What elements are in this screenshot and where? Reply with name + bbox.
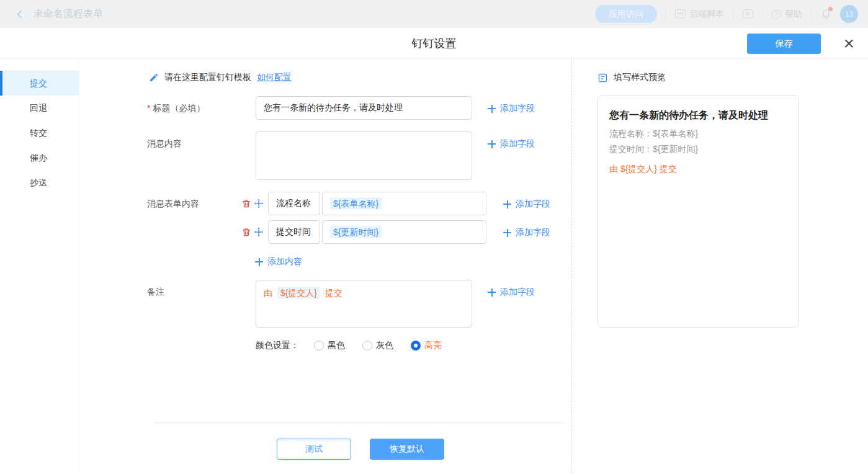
close-icon[interactable]: × (843, 30, 854, 56)
notifications-button[interactable] (820, 9, 831, 20)
title-field-label: *标题（必填） (147, 103, 205, 114)
add-field-row1-link[interactable]: 添加字段 (503, 199, 550, 210)
remark-textarea[interactable]: 由 ${提交人} 提交 (256, 280, 472, 328)
dialog-header: 钉钉设置 保存 × (0, 28, 868, 59)
sidebar-item-cc[interactable]: 抄送 (0, 170, 79, 195)
delete-icon[interactable] (241, 227, 251, 237)
plus-icon (488, 288, 496, 297)
form-row-key-input[interactable] (268, 192, 320, 215)
topbar-divider (666, 9, 666, 19)
how-to-configure-link[interactable]: 如何配置 (257, 72, 292, 83)
add-field-title-link[interactable]: 添加字段 (488, 103, 535, 114)
topbar: 未命名流程表单 应用访问 </> 后端脚本 A ? 帮助 13 (0, 0, 868, 28)
topbar-divider (733, 9, 733, 19)
preview-title: 您有一条新的待办任务，请及时处理 (609, 109, 789, 122)
variable-tag: ${更新时间} (330, 226, 382, 238)
backend-script-button[interactable]: </> 后端脚本 (675, 9, 724, 20)
dialog-title: 钉钉设置 (0, 28, 868, 59)
radio-icon[interactable] (314, 341, 324, 351)
template-config-panel: 请在这里配置钉钉模板 如何配置 *标题（必填） 添加字段 消息内容 添加字段 消… (79, 60, 572, 474)
back-chevron-icon[interactable] (15, 9, 25, 19)
preview-footer: 由 ${提交人} 提交 (609, 164, 677, 175)
remark-suffix: 提交 (325, 288, 342, 298)
variable-tag: ${提交人} (277, 287, 320, 299)
preview-panel: 填写样式预览 您有一条新的待办任务，请及时处理 流程名称：${表单名称} 提交时… (572, 60, 868, 474)
contacts-icon: A (743, 9, 753, 19)
add-field-message-link[interactable]: 添加字段 (488, 138, 535, 150)
config-note: 请在这里配置钉钉模板 (164, 72, 251, 83)
edit-icon (149, 73, 159, 83)
add-content-link[interactable]: 添加内容 (255, 256, 302, 267)
preview-line-flow-name: 流程名称：${表单名称} (609, 128, 698, 140)
message-form-label: 消息表单内容 (147, 199, 199, 210)
color-setting-label: 颜色设置： (256, 340, 299, 351)
remark-label: 备注 (147, 287, 164, 298)
plus-icon (488, 140, 496, 148)
save-button[interactable]: 保存 (747, 34, 821, 54)
message-content-textarea[interactable] (256, 132, 472, 180)
notification-dot (828, 7, 833, 11)
delete-icon[interactable] (241, 199, 251, 208)
avatar[interactable]: 13 (840, 5, 858, 23)
sidebar-item-transfer[interactable]: 转交 (0, 120, 79, 145)
settings-sidebar: 提交 回退 转交 催办 抄送 (0, 60, 79, 474)
restore-default-button[interactable]: 恢复默认 (370, 439, 444, 460)
sidebar-item-rollback[interactable]: 回退 (0, 96, 79, 120)
remark-prefix: 由 (264, 288, 272, 298)
add-field-row2-link[interactable]: 添加字段 (503, 227, 550, 238)
radio-option-black[interactable]: 黑色 (314, 340, 345, 351)
test-button[interactable]: 测试 (277, 439, 351, 460)
preview-header: 填写样式预览 (614, 72, 666, 83)
variable-tag: ${表单名称} (330, 197, 382, 210)
plus-icon (488, 105, 496, 113)
plus-icon (503, 229, 511, 237)
help-label: 帮助 (785, 9, 802, 20)
sidebar-item-urge[interactable]: 催办 (0, 145, 79, 170)
plus-icon (255, 258, 263, 266)
form-row-key-input[interactable] (268, 220, 320, 244)
move-icon[interactable] (254, 227, 264, 237)
dingtalk-settings-dialog: 钉钉设置 保存 × 提交 回退 转交 催办 抄送 请在这里配置钉钉模板 如何配置… (0, 28, 868, 474)
radio-checked-icon[interactable] (411, 341, 421, 351)
form-row-value-input[interactable]: ${更新时间} (322, 220, 486, 244)
contacts-button[interactable]: A (742, 9, 753, 20)
message-content-label: 消息内容 (147, 138, 182, 150)
preview-doc-icon (597, 73, 608, 83)
help-button[interactable]: ? 帮助 (771, 9, 802, 20)
title-input[interactable] (256, 96, 472, 120)
form-row-value-input[interactable]: ${表单名称} (322, 192, 486, 215)
radio-option-highlight[interactable]: 高亮 (411, 340, 442, 351)
radio-icon[interactable] (362, 341, 372, 351)
preview-card: 您有一条新的待办任务，请及时处理 流程名称：${表单名称} 提交时间：${更新时… (597, 95, 799, 328)
topbar-divider (811, 9, 812, 19)
color-setting-row: 颜色设置： 黑色 灰色 高亮 (256, 340, 442, 351)
add-field-remark-link[interactable]: 添加字段 (488, 287, 535, 298)
preview-line-submit-time: 提交时间：${更新时间} (609, 144, 698, 155)
sidebar-item-submit[interactable]: 提交 (0, 71, 79, 96)
plus-icon (503, 200, 511, 208)
required-mark: * (147, 103, 150, 113)
backend-script-label: 后端脚本 (689, 9, 724, 20)
topbar-divider (762, 9, 763, 19)
code-icon: </> (675, 9, 686, 19)
help-icon: ? (771, 9, 781, 19)
app-access-button[interactable]: 应用访问 (595, 5, 657, 23)
footer-divider (154, 423, 565, 423)
workflow-doc-title: 未命名流程表单 (34, 7, 103, 20)
radio-option-gray[interactable]: 灰色 (362, 340, 393, 351)
move-icon[interactable] (254, 199, 264, 208)
